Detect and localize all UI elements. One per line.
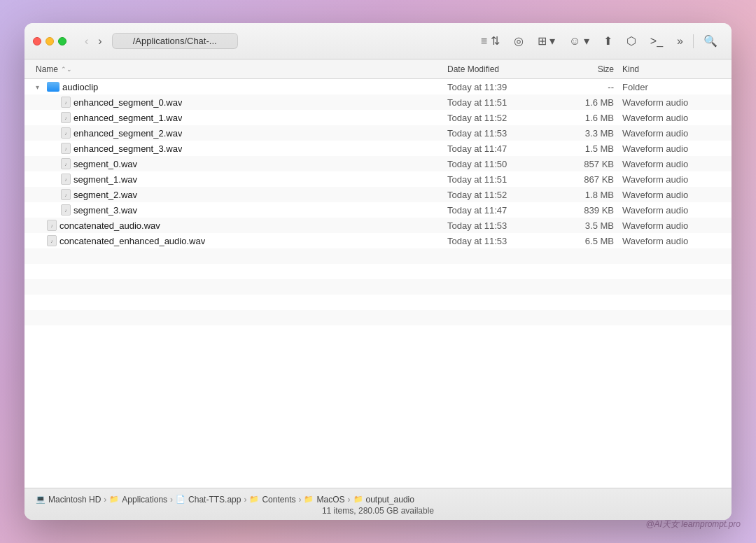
file-name-label: segment_1.wav xyxy=(74,174,137,185)
share-icon: ⬆ xyxy=(603,34,612,48)
breadcrumb-item[interactable]: 📁 Contents xyxy=(249,495,295,505)
breadcrumb-item[interactable]: 📄 Chat-TTS.app xyxy=(176,495,241,505)
list-item[interactable]: segment_1.wav Today at 11:51 867 KB Wave… xyxy=(24,171,732,187)
file-name-cell: enhanced_segment_1.wav xyxy=(50,112,447,123)
file-date: Today at 11:47 xyxy=(447,205,559,216)
file-name-cell: concatenated_audio.wav xyxy=(36,220,447,231)
breadcrumb-item[interactable]: 💻 Macintosh HD xyxy=(36,495,101,505)
file-kind: Folder xyxy=(622,82,720,92)
grid-view-button[interactable]: ⊞ ▾ xyxy=(532,31,561,50)
breadcrumb-item[interactable]: 📁 MacOS xyxy=(304,495,344,505)
file-date: Today at 11:47 xyxy=(447,143,559,154)
empty-row xyxy=(24,325,732,341)
file-date: Today at 11:51 xyxy=(447,174,559,185)
search-button[interactable]: 🔍 xyxy=(698,31,723,50)
column-headers: Name ⌃⌄ Date Modified Size Kind xyxy=(24,59,732,79)
breadcrumb-label: MacOS xyxy=(316,495,344,505)
list-item[interactable]: enhanced_segment_2.wav Today at 11:53 3.… xyxy=(24,125,732,141)
file-name-label: enhanced_segment_2.wav xyxy=(74,128,182,139)
list-view-button[interactable]: ≡ ⇅ xyxy=(475,31,505,50)
airdrop-button[interactable]: ◎ xyxy=(508,31,529,50)
audio-file-icon xyxy=(47,235,57,246)
file-name-cell: enhanced_segment_3.wav xyxy=(50,143,447,154)
col-kind-header[interactable]: Kind xyxy=(622,64,720,74)
empty-row xyxy=(24,264,732,279)
col-name-header[interactable]: Name ⌃⌄ xyxy=(36,64,447,74)
path-display: /Applications/Chat-... xyxy=(112,33,238,49)
file-size: -- xyxy=(559,82,622,92)
forward-button[interactable]: › xyxy=(94,34,106,49)
back-button[interactable]: ‹ xyxy=(80,34,92,49)
finder-window: ‹ › /Applications/Chat-... ≡ ⇅ ◎ ⊞ ▾ ☺ ▾… xyxy=(24,23,732,520)
tag-button[interactable]: ⬡ xyxy=(621,31,642,50)
breadcrumb-label: output_audio xyxy=(366,495,414,505)
file-name-cell: ▾ audioclip xyxy=(36,82,447,92)
file-size: 1.6 MB xyxy=(559,97,622,108)
list-item[interactable]: concatenated_enhanced_audio.wav Today at… xyxy=(24,233,732,248)
breadcrumb-separator: › xyxy=(348,495,351,505)
file-size: 6.5 MB xyxy=(559,236,622,246)
col-size-header[interactable]: Size xyxy=(559,64,622,74)
audio-file-icon xyxy=(47,220,57,231)
file-name-label: enhanced_segment_3.wav xyxy=(74,143,182,154)
file-name-label: segment_3.wav xyxy=(74,205,137,216)
status-text: 11 items, 280.05 GB available xyxy=(24,506,732,517)
breadcrumb-item[interactable]: 📁 Applications xyxy=(109,495,167,505)
action-icon: ☺ ▾ xyxy=(569,34,589,48)
col-date-header[interactable]: Date Modified xyxy=(447,64,559,74)
file-kind: Waveform audio xyxy=(622,143,720,154)
list-item[interactable]: segment_2.wav Today at 11:52 1.8 MB Wave… xyxy=(24,187,732,202)
file-kind: Waveform audio xyxy=(622,174,720,185)
grid-view-icon: ⊞ ▾ xyxy=(538,34,555,48)
breadcrumb-icon: 💻 xyxy=(36,495,46,504)
titlebar: ‹ › /Applications/Chat-... ≡ ⇅ ◎ ⊞ ▾ ☺ ▾… xyxy=(24,23,732,59)
audio-file-icon xyxy=(61,112,71,123)
terminal-button[interactable]: >_ xyxy=(645,32,668,50)
file-name-label: enhanced_segment_0.wav xyxy=(74,97,182,108)
close-button[interactable] xyxy=(33,37,41,45)
statusbar: 💻 Macintosh HD › 📁 Applications › 📄 Chat… xyxy=(24,488,732,520)
empty-row xyxy=(24,248,732,264)
list-item[interactable]: concatenated_audio.wav Today at 11:53 3.… xyxy=(24,218,732,233)
list-item[interactable]: segment_0.wav Today at 11:50 857 KB Wave… xyxy=(24,156,732,171)
empty-row xyxy=(24,310,732,325)
action-button[interactable]: ☺ ▾ xyxy=(564,31,595,50)
file-date: Today at 11:53 xyxy=(447,128,559,139)
folder-toggle-icon[interactable]: ▾ xyxy=(36,83,44,91)
file-date: Today at 11:50 xyxy=(447,159,559,169)
file-size: 3.3 MB xyxy=(559,128,622,139)
breadcrumb-label: Chat-TTS.app xyxy=(188,495,241,505)
terminal-icon: >_ xyxy=(650,35,663,48)
more-toolbar-button[interactable]: » xyxy=(671,32,689,50)
empty-row xyxy=(24,295,732,310)
list-item[interactable]: segment_3.wav Today at 11:47 839 KB Wave… xyxy=(24,202,732,218)
file-kind: Waveform audio xyxy=(622,205,720,216)
audio-file-icon xyxy=(61,174,71,185)
list-item[interactable]: enhanced_segment_1.wav Today at 11:52 1.… xyxy=(24,110,732,125)
breadcrumb-icon: 📁 xyxy=(354,495,363,504)
toolbar-separator xyxy=(693,34,694,48)
tag-icon: ⬡ xyxy=(626,34,636,48)
breadcrumb-item[interactable]: 📁 output_audio xyxy=(354,495,414,505)
breadcrumb-label: Applications xyxy=(122,495,167,505)
share-button[interactable]: ⬆ xyxy=(598,31,618,50)
folder-icon xyxy=(47,82,59,92)
maximize-button[interactable] xyxy=(58,37,66,45)
list-item[interactable]: enhanced_segment_3.wav Today at 11:47 1.… xyxy=(24,141,732,156)
breadcrumb-icon: 📄 xyxy=(176,495,186,504)
chevron-down-icon: » xyxy=(677,35,683,48)
file-kind: Waveform audio xyxy=(622,236,720,246)
audio-file-icon xyxy=(61,189,71,200)
breadcrumb: 💻 Macintosh HD › 📁 Applications › 📄 Chat… xyxy=(24,492,732,506)
file-kind: Waveform audio xyxy=(622,128,720,139)
list-view-icon: ≡ ⇅ xyxy=(481,34,500,48)
file-name-cell: segment_0.wav xyxy=(50,158,447,169)
file-name-cell: enhanced_segment_0.wav xyxy=(50,97,447,108)
list-item[interactable]: enhanced_segment_0.wav Today at 11:51 1.… xyxy=(24,94,732,110)
file-name-cell: segment_1.wav xyxy=(50,174,447,185)
list-item[interactable]: ▾ audioclip Today at 11:39 -- Folder xyxy=(24,79,732,94)
file-date: Today at 11:51 xyxy=(447,97,559,108)
file-name-cell: segment_2.wav xyxy=(50,189,447,200)
file-name-label: concatenated_audio.wav xyxy=(59,220,160,231)
minimize-button[interactable] xyxy=(46,37,54,45)
